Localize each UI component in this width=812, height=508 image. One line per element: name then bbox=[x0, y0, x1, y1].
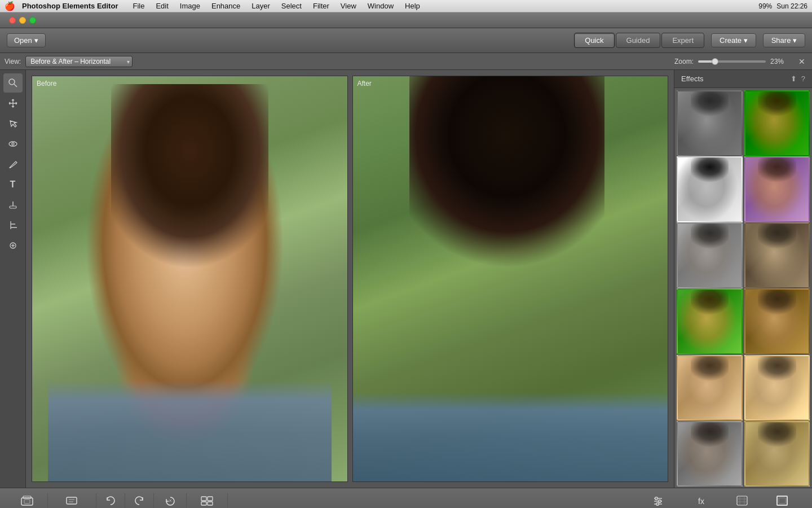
effect-thumb-4[interactable] bbox=[677, 222, 743, 288]
close-button[interactable] bbox=[9, 17, 16, 24]
textures-button[interactable]: Textures bbox=[722, 493, 762, 509]
selection-tool[interactable] bbox=[3, 114, 23, 133]
svg-rect-27 bbox=[737, 496, 747, 505]
menu-filter[interactable]: Filter bbox=[307, 0, 335, 12]
crop-tool[interactable] bbox=[3, 216, 23, 235]
svg-rect-10 bbox=[21, 498, 33, 505]
effect-thumb-8[interactable] bbox=[677, 355, 743, 421]
view-select-wrap[interactable]: Before & After – Horizontal bbox=[25, 56, 133, 67]
clock: Sun 22:26 bbox=[776, 2, 807, 10]
effect-thumb-7[interactable] bbox=[744, 288, 810, 354]
menu-layer[interactable]: Layer bbox=[246, 0, 276, 12]
tab-expert[interactable]: Expert bbox=[661, 33, 704, 48]
redo-icon bbox=[134, 496, 145, 509]
menu-edit[interactable]: Edit bbox=[150, 0, 174, 12]
svg-rect-5 bbox=[10, 206, 16, 208]
effect-thumb-0[interactable] bbox=[677, 90, 743, 156]
effect-thumb-6[interactable] bbox=[677, 288, 743, 354]
effect-thumb-11[interactable] bbox=[744, 421, 810, 487]
textures-icon bbox=[736, 495, 748, 509]
menubar: 🍎 Photoshop Elements Editor File Edit Im… bbox=[0, 0, 812, 12]
svg-rect-33 bbox=[779, 498, 785, 503]
menu-window[interactable]: Window bbox=[362, 0, 399, 12]
minimize-button[interactable] bbox=[19, 17, 26, 24]
svg-rect-11 bbox=[23, 496, 31, 498]
before-image bbox=[32, 76, 347, 481]
svg-rect-13 bbox=[67, 497, 77, 504]
menu-select[interactable]: Select bbox=[276, 0, 307, 12]
effect-thumb-2[interactable] bbox=[677, 156, 743, 222]
main-area: T Before bbox=[0, 70, 812, 488]
zoom-value: 23% bbox=[770, 58, 787, 65]
app-name: Photoshop Elements Editor bbox=[22, 2, 118, 10]
rotate-button[interactable]: Rotate bbox=[154, 493, 186, 509]
effects-expand-icon[interactable]: ⬆ bbox=[791, 75, 797, 83]
open-button[interactable]: Open ▾ bbox=[7, 33, 46, 47]
zoom-label: Zoom: bbox=[674, 58, 694, 65]
svg-rect-17 bbox=[208, 497, 213, 501]
after-image bbox=[353, 76, 668, 481]
frames-icon bbox=[776, 495, 788, 509]
brush-tool[interactable] bbox=[3, 155, 23, 174]
effect-thumb-9[interactable] bbox=[744, 355, 810, 421]
zoom-slider[interactable] bbox=[698, 60, 766, 63]
svg-point-24 bbox=[659, 500, 661, 502]
menu-help[interactable]: Help bbox=[399, 0, 426, 12]
menu-enhance[interactable]: Enhance bbox=[206, 0, 246, 12]
photo-bin-button[interactable]: Photo Bin bbox=[7, 493, 48, 509]
bottom-right-panel: Adjustments fx Effects Textures Frames bbox=[629, 493, 805, 509]
menu-image[interactable]: Image bbox=[174, 0, 206, 12]
spot-heal-tool[interactable] bbox=[3, 236, 23, 255]
effect-thumb-10[interactable] bbox=[677, 421, 743, 487]
eye-tool[interactable] bbox=[3, 134, 23, 154]
svg-point-0 bbox=[9, 79, 15, 85]
undo-icon bbox=[105, 496, 116, 509]
organizer-button[interactable]: Organizer bbox=[187, 493, 228, 509]
tool-options-button[interactable]: Tool Options bbox=[48, 493, 96, 509]
photo-bin-icon bbox=[21, 496, 33, 509]
titlebar bbox=[0, 12, 812, 28]
maximize-button[interactable] bbox=[29, 17, 36, 24]
move-tool[interactable] bbox=[3, 94, 23, 113]
view-select[interactable]: Before & After – Horizontal bbox=[25, 56, 133, 67]
view-label: View: bbox=[5, 58, 21, 65]
tab-quick[interactable]: Quick bbox=[574, 33, 614, 48]
redo-button[interactable]: Redo bbox=[125, 493, 154, 509]
dodge-tool[interactable] bbox=[3, 195, 23, 214]
menu-view[interactable]: View bbox=[335, 0, 362, 12]
effect-thumb-3[interactable] bbox=[744, 156, 810, 222]
svg-point-25 bbox=[656, 502, 659, 505]
right-panel: Effects ⬆ ? bbox=[674, 70, 812, 488]
frames-button[interactable]: Frames bbox=[764, 493, 801, 509]
zoom-section: Zoom: 23% ✕ bbox=[674, 57, 807, 66]
canvas-area: Before After bbox=[26, 70, 674, 488]
effects-help-icon[interactable]: ? bbox=[801, 75, 805, 83]
effect-thumb-5[interactable] bbox=[744, 222, 810, 288]
close-view-button[interactable]: ✕ bbox=[796, 57, 807, 66]
type-tool[interactable]: T bbox=[3, 175, 23, 194]
main-toolbar: Open ▾ Quick Guided Expert Create ▾ Shar… bbox=[0, 28, 812, 53]
after-panel: After bbox=[352, 76, 669, 482]
left-toolbar: T bbox=[0, 70, 26, 488]
effects-button[interactable]: fx Effects bbox=[686, 493, 720, 509]
share-button[interactable]: Share ▾ bbox=[763, 33, 805, 47]
adjustments-icon bbox=[652, 495, 664, 509]
battery-indicator: 99% bbox=[758, 2, 772, 10]
effect-thumb-1[interactable] bbox=[744, 90, 810, 156]
adjustments-button[interactable]: Adjustments bbox=[633, 493, 683, 509]
zoom-tool[interactable] bbox=[3, 73, 23, 93]
create-button[interactable]: Create ▾ bbox=[711, 33, 756, 47]
effects-grid bbox=[674, 88, 812, 488]
undo-button[interactable]: Undo bbox=[96, 493, 125, 509]
effects-icon: fx bbox=[696, 495, 709, 509]
organizer-icon bbox=[201, 496, 213, 509]
rotate-icon bbox=[165, 496, 176, 509]
tab-guided[interactable]: Guided bbox=[616, 33, 661, 48]
svg-point-2 bbox=[9, 142, 17, 146]
viewbar: View: Before & After – Horizontal Zoom: … bbox=[0, 53, 812, 70]
svg-line-1 bbox=[14, 84, 17, 87]
menu-file[interactable]: File bbox=[127, 0, 150, 12]
effects-title: Effects bbox=[681, 75, 704, 83]
svg-point-3 bbox=[12, 143, 14, 145]
apple-menu[interactable]: 🍎 bbox=[5, 1, 15, 11]
